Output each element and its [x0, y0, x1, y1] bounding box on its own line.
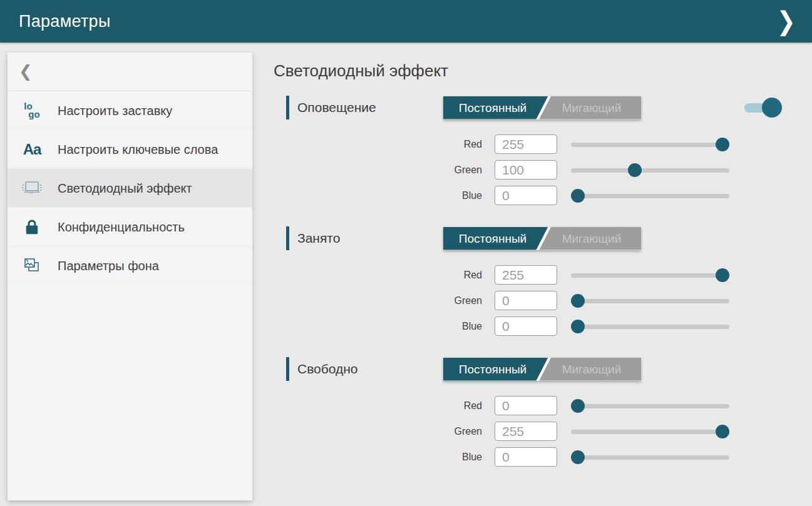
sidebar-item[interactable]: Aa Настроить ключевые слова: [8, 130, 252, 169]
sidebar-item-label: Светодиодный эффект: [58, 180, 192, 196]
sidebar: ❮ logo Настроить заставку Aa Настроить к…: [8, 53, 252, 500]
chevron-left-icon: ❮: [19, 62, 33, 81]
green-slider[interactable]: [571, 163, 729, 177]
led-section-title: Оповещение: [286, 96, 443, 119]
section-page-title: Светодиодный эффект: [274, 61, 812, 81]
led-section: Оповещение Постоянный Мигающий Red Green: [274, 96, 812, 205]
mode-segmented-control: Постоянный Мигающий: [443, 358, 641, 381]
channel-label: Red: [438, 139, 495, 150]
toggle-thumb: [762, 98, 782, 118]
channel-label: Blue: [438, 190, 495, 201]
sidebar-item-label: Настроить заставку: [58, 103, 172, 119]
red-slider[interactable]: [571, 138, 729, 151]
sidebar-item[interactable]: Светодиодный эффект: [8, 169, 252, 208]
keywords-aa-icon: Aa: [19, 141, 45, 158]
slider-track: [571, 430, 729, 434]
slider-track: [571, 299, 729, 303]
mode-segmented-control: Постоянный Мигающий: [443, 227, 641, 250]
channel-label: Blue: [438, 452, 495, 463]
page-title: Параметры: [19, 12, 111, 31]
blue-slider[interactable]: [571, 450, 729, 464]
slider-thumb[interactable]: [716, 138, 729, 151]
slider-thumb[interactable]: [571, 320, 585, 333]
background-images-icon: [19, 256, 45, 276]
channel-label: Green: [438, 164, 495, 176]
led-monitor-icon: [19, 180, 45, 197]
slider-thumb[interactable]: [571, 450, 585, 464]
slider-track: [571, 455, 729, 460]
blue-slider[interactable]: [571, 320, 729, 333]
red-slider[interactable]: [571, 399, 729, 413]
blue-value-input[interactable]: [495, 447, 557, 467]
blue-value-input[interactable]: [495, 316, 557, 336]
enable-toggle[interactable]: [744, 98, 773, 118]
green-slider[interactable]: [571, 425, 729, 438]
slider-track: [571, 168, 729, 173]
mode-blink-label[interactable]: Мигающий: [542, 96, 641, 119]
slider-track: [571, 325, 729, 329]
channel-row: Blue: [438, 186, 812, 205]
channel-label: Green: [438, 426, 495, 437]
channel-row: Red: [438, 396, 812, 415]
chevron-right-icon[interactable]: ❯: [777, 8, 796, 34]
slider-thumb[interactable]: [571, 294, 585, 308]
sidebar-item-label: Конфиденциальность: [58, 219, 185, 235]
sidebar-item[interactable]: logo Настроить заставку: [8, 91, 252, 130]
led-section-title: Свободно: [286, 357, 443, 381]
slider-track: [571, 143, 729, 147]
logo-text-icon: logo: [19, 103, 45, 119]
red-value-input[interactable]: [495, 396, 557, 415]
mode-segmented-control: Постоянный Мигающий: [443, 96, 641, 119]
slider-thumb[interactable]: [716, 425, 729, 438]
channel-row: Green: [438, 291, 812, 310]
app-header: Параметры ❯: [0, 0, 812, 43]
mode-blink-label[interactable]: Мигающий: [542, 358, 641, 381]
lock-icon: [19, 218, 45, 236]
slider-thumb[interactable]: [571, 189, 585, 203]
slider-track: [571, 273, 729, 278]
led-section: Свободно Постоянный Мигающий Red Green: [274, 357, 812, 467]
channel-label: Blue: [438, 321, 495, 332]
main-panel: Светодиодный эффект Оповещение Постоянны…: [252, 43, 812, 506]
led-section: Занято Постоянный Мигающий Red Green: [274, 226, 812, 336]
blue-slider[interactable]: [571, 189, 729, 203]
mode-solid-label[interactable]: Постоянный: [443, 358, 542, 381]
green-slider[interactable]: [571, 294, 729, 308]
red-value-input[interactable]: [495, 134, 557, 154]
sidebar-item-label: Настроить ключевые слова: [58, 141, 218, 158]
sidebar-collapse-button[interactable]: ❮: [8, 53, 252, 91]
mode-solid-label[interactable]: Постоянный: [443, 96, 542, 119]
blue-value-input[interactable]: [495, 186, 557, 205]
sidebar-item-label: Параметры фона: [58, 258, 159, 274]
channel-row: Red: [438, 134, 812, 154]
channel-label: Red: [438, 400, 495, 412]
green-value-input[interactable]: [495, 291, 557, 310]
slider-track: [571, 404, 729, 408]
channel-label: Green: [438, 295, 495, 306]
red-value-input[interactable]: [495, 265, 557, 285]
content-area: ❮ logo Настроить заставку Aa Настроить к…: [0, 43, 812, 506]
led-section-title: Занято: [286, 226, 443, 250]
slider-thumb[interactable]: [716, 268, 729, 282]
slider-thumb[interactable]: [628, 163, 642, 177]
channel-row: Green: [438, 160, 812, 180]
channel-row: Green: [438, 422, 812, 441]
green-value-input[interactable]: [495, 422, 557, 441]
channel-row: Blue: [438, 447, 812, 467]
slider-thumb[interactable]: [571, 399, 585, 413]
mode-solid-label[interactable]: Постоянный: [443, 227, 542, 250]
red-slider[interactable]: [571, 268, 729, 282]
channel-row: Red: [438, 265, 812, 285]
sidebar-item[interactable]: Конфиденциальность: [8, 208, 252, 246]
mode-blink-label[interactable]: Мигающий: [542, 227, 641, 250]
sidebar-item[interactable]: Параметры фона: [8, 246, 252, 285]
green-value-input[interactable]: [495, 160, 557, 180]
slider-track: [571, 194, 729, 198]
channel-row: Blue: [438, 316, 812, 336]
channel-label: Red: [438, 270, 495, 281]
